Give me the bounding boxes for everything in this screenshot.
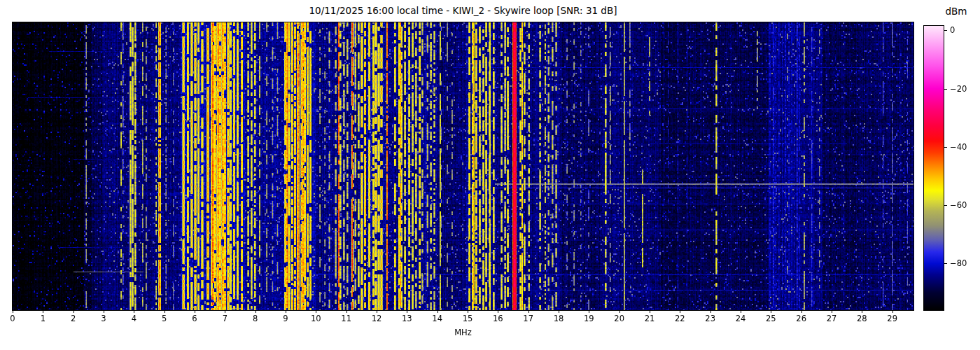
x-axis-label: MHz (13, 328, 913, 337)
waterfall-canvas (13, 22, 913, 310)
x-tick (528, 310, 529, 313)
colorbar-tick (944, 89, 947, 90)
x-tick-label: 25 (759, 314, 783, 323)
x-tick (498, 310, 498, 313)
x-tick (346, 310, 347, 313)
x-tick-label: 24 (729, 314, 752, 323)
colorbar-tick-label: −40 (950, 142, 967, 152)
x-tick (225, 310, 225, 313)
x-tick (650, 310, 650, 313)
x-tick-label: 20 (608, 314, 631, 323)
x-tick-label: 16 (486, 314, 510, 323)
x-tick-label: 26 (790, 314, 813, 323)
x-tick (771, 310, 771, 313)
x-tick-label: 13 (395, 314, 419, 323)
x-tick-label: 3 (92, 314, 115, 323)
x-tick (468, 310, 468, 313)
x-tick (377, 310, 377, 313)
x-tick-label: 28 (850, 314, 874, 323)
colorbar-tick (944, 147, 947, 148)
x-tick (710, 310, 711, 313)
x-tick-label: 29 (881, 314, 904, 323)
colorbar-tick (944, 263, 947, 264)
x-tick (316, 310, 316, 313)
x-tick (195, 310, 195, 313)
x-tick (104, 310, 104, 313)
x-tick (741, 310, 741, 313)
x-tick (255, 310, 256, 313)
x-tick-label: 22 (668, 314, 692, 323)
x-tick-label: 11 (335, 314, 358, 323)
plot-title: 10/11/2025 16:00 local time - KIWI_2 - S… (13, 5, 913, 16)
x-tick-label: 9 (274, 314, 298, 323)
x-tick (134, 310, 134, 313)
x-tick-label: 12 (365, 314, 388, 323)
x-tick-label: 2 (62, 314, 85, 323)
x-tick (832, 310, 832, 313)
x-tick-label: 6 (183, 314, 206, 323)
colorbar-label: dBm (935, 6, 977, 17)
x-tick-label: 15 (456, 314, 479, 323)
x-tick-label: 5 (153, 314, 176, 323)
x-tick-label: 7 (213, 314, 237, 323)
colorbar-tick (944, 30, 947, 31)
x-tick (862, 310, 862, 313)
x-tick-label: 19 (577, 314, 601, 323)
colorbar-tick-label: 0 (950, 25, 955, 35)
x-tick-label: 21 (638, 314, 662, 323)
x-tick-label: 17 (517, 314, 540, 323)
x-tick (286, 310, 286, 313)
spectrogram-figure: 10/11/2025 16:00 local time - KIWI_2 - S… (0, 0, 980, 350)
colorbar-gradient (924, 26, 944, 310)
x-tick (164, 310, 165, 313)
x-tick (43, 310, 43, 313)
colorbar-tick-label: −20 (950, 84, 967, 94)
colorbar-tick (944, 205, 947, 206)
x-tick (620, 310, 620, 313)
x-tick-label: 10 (304, 314, 328, 323)
x-tick-label: 23 (699, 314, 722, 323)
x-tick (407, 310, 407, 313)
x-tick-label: 4 (122, 314, 146, 323)
x-tick-label: 1 (31, 314, 55, 323)
x-tick (802, 310, 802, 313)
x-tick (680, 310, 680, 313)
x-tick (74, 310, 74, 313)
x-tick (438, 310, 438, 313)
x-tick-label: 14 (426, 314, 449, 323)
x-tick (13, 310, 13, 313)
x-tick-label: 27 (820, 314, 844, 323)
colorbar-tick-label: −60 (950, 200, 967, 210)
x-tick (589, 310, 589, 313)
x-tick (559, 310, 559, 313)
colorbar-tick-label: −80 (950, 258, 967, 268)
x-tick-label: 18 (547, 314, 570, 323)
x-tick-label: 0 (1, 314, 24, 323)
x-tick (892, 310, 893, 313)
x-tick-label: 8 (244, 314, 267, 323)
